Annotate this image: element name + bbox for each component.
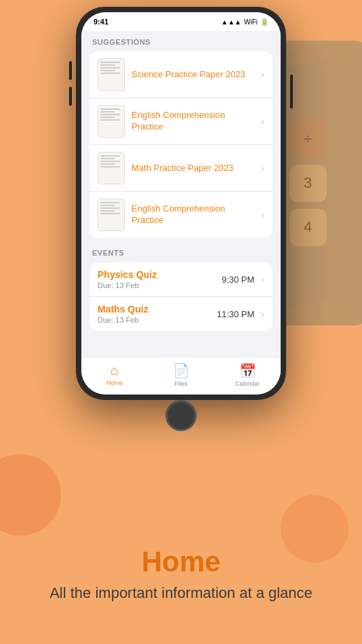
doc-line [100, 67, 120, 68]
home-physical-button[interactable] [165, 400, 197, 431]
chevron-icon-2: › [261, 163, 264, 174]
calc-key-4: 4 [289, 209, 327, 246]
calc-key-3: 3 [289, 165, 327, 202]
suggestion-title-2: Math Practice Paper 2023 [132, 163, 257, 174]
doc-line [100, 202, 120, 203]
tab-home[interactable]: ⌂ Home [81, 363, 148, 386]
chevron-icon-1: › [261, 116, 264, 127]
event-info-0: Physics Quiz Due: 13 Feb [98, 269, 157, 289]
doc-thumbnail-1 [98, 105, 125, 138]
event-chevron-1: › [261, 308, 264, 319]
status-time: 9:41 [94, 18, 108, 26]
events-label: EVENTS [89, 249, 273, 257]
suggestion-title-0: Science Practice Paper 2023 [132, 69, 257, 81]
screen-content: SUGGESTIONS Science Practice Paper 2023 [81, 31, 281, 357]
event-title-0: Physics Quiz [98, 269, 157, 280]
files-icon: 📄 [173, 363, 190, 379]
power-button [290, 75, 293, 108]
tab-bar: ⌂ Home 📄 Files 📅 Calendar [81, 357, 281, 395]
tab-calendar-label: Calendar [235, 380, 260, 387]
doc-line [100, 119, 120, 121]
doc-line [100, 155, 120, 157]
doc-thumbnail-0 [98, 58, 125, 91]
bottom-title: Home [0, 546, 362, 578]
doc-line [100, 114, 120, 115]
tab-home-label: Home [106, 380, 123, 386]
doc-line [100, 117, 115, 118]
event-due-0: Due: 13 Feb [98, 281, 157, 289]
status-bar: 9:41 ▲▲▲ WiFi 🔋 [81, 12, 281, 31]
signal-icon: ▲▲▲ [221, 18, 241, 26]
phone-screen: 9:41 ▲▲▲ WiFi 🔋 SUGGESTIONS [81, 12, 281, 395]
doc-line [100, 205, 115, 206]
events-card: Physics Quiz Due: 13 Feb 9:30 PM › Maths… [89, 262, 273, 331]
wifi-icon: WiFi [244, 18, 258, 26]
event-item-0[interactable]: Physics Quiz Due: 13 Feb 9:30 PM › [89, 262, 273, 297]
event-title-1: Maths Quiz [98, 304, 148, 315]
doc-line [100, 108, 120, 110]
bottom-subtitle: All the important information at a glanc… [0, 584, 362, 603]
calc-key-divide: ÷ [289, 121, 327, 158]
doc-line [100, 210, 115, 212]
home-icon: ⌂ [110, 363, 119, 378]
suggestion-item-3[interactable]: English Comprehension Practice › [89, 192, 273, 238]
doc-line [100, 158, 115, 159]
chevron-icon-3: › [261, 209, 264, 220]
doc-line [100, 163, 115, 165]
event-item-1[interactable]: Maths Quiz Due: 13 Feb 11:30 PM › [89, 297, 273, 331]
doc-line [100, 161, 120, 162]
tab-files-label: Files [174, 380, 187, 387]
suggestion-item-0[interactable]: Science Practice Paper 2023 › [89, 52, 273, 98]
phone-device: 9:41 ▲▲▲ WiFi 🔋 SUGGESTIONS [76, 7, 286, 400]
doc-line [100, 111, 115, 113]
doc-line [100, 70, 115, 71]
doc-line [100, 166, 120, 167]
event-due-1: Due: 13 Feb [98, 316, 148, 324]
event-chevron-0: › [261, 274, 264, 285]
bottom-text-section: Home All the important information at a … [0, 546, 362, 603]
suggestion-title-3: English Comprehension Practice [132, 203, 257, 226]
doc-thumbnail-3 [98, 199, 125, 231]
suggestions-card: Science Practice Paper 2023 › English [89, 52, 273, 238]
calc-row-2: 3 [289, 165, 327, 202]
event-info-1: Maths Quiz Due: 13 Feb [98, 304, 148, 324]
suggestions-label: SUGGESTIONS [89, 38, 273, 46]
doc-line [100, 64, 115, 66]
suggestion-item-2[interactable]: Math Practice Paper 2023 › [89, 145, 273, 192]
doc-line [100, 62, 120, 63]
doc-thumbnail-2 [98, 152, 125, 184]
calc-row-1: ÷ [289, 121, 327, 158]
suggestion-title-1: English Comprehension Practice [132, 110, 257, 133]
doc-line [100, 73, 120, 74]
tab-calendar[interactable]: 📅 Calendar [214, 363, 281, 387]
volume-up-button [69, 61, 72, 80]
calendar-icon: 📅 [239, 363, 256, 379]
doc-line [100, 207, 120, 209]
event-time-0: 9:30 PM › [222, 274, 264, 285]
calc-row-3: 4 [289, 209, 327, 246]
volume-down-button [69, 87, 72, 106]
status-icons: ▲▲▲ WiFi 🔋 [221, 18, 268, 26]
battery-icon: 🔋 [260, 18, 268, 26]
tab-files[interactable]: 📄 Files [148, 363, 214, 387]
event-time-1: 11:30 PM › [217, 308, 264, 319]
chevron-icon-0: › [261, 69, 264, 80]
doc-line [100, 213, 120, 214]
bg-decoration-left [0, 454, 61, 536]
suggestion-item-1[interactable]: English Comprehension Practice › [89, 98, 273, 145]
